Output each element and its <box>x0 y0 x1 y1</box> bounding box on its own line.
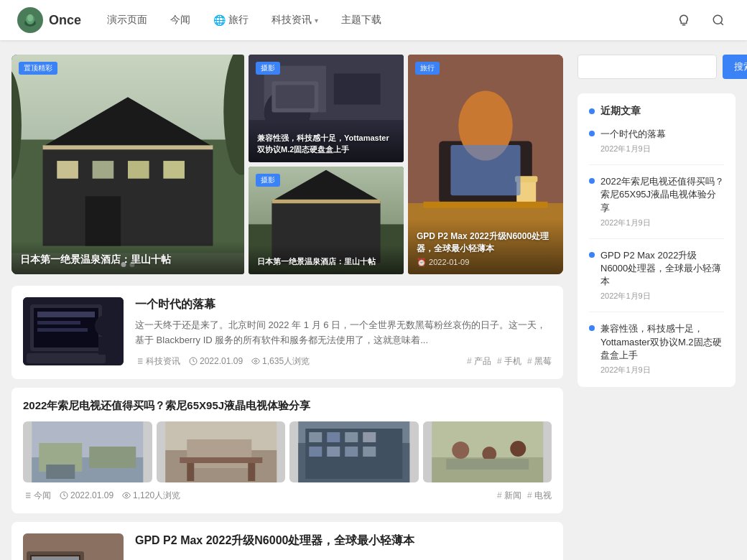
hero-photo-card[interactable]: 摄影 兼容性强，科技感十足，Yottamaster双协议M.2固态硬盘盒上手 <box>249 55 404 162</box>
svg-rect-74 <box>327 447 340 457</box>
article-2-tags: 新闻 电视 <box>497 490 552 502</box>
article-2-date: 2022.01.09 <box>60 490 113 500</box>
article-2-title[interactable]: 2022年索尼电视还值得买吗？索尼65X95J液晶电视体验分享 <box>23 399 552 413</box>
svg-rect-58 <box>89 447 136 468</box>
recent-articles-title: 近期文章 <box>589 105 724 118</box>
gallery-thumb-1[interactable] <box>23 421 152 482</box>
hero-photo-badge: 摄影 <box>256 62 280 75</box>
svg-point-90 <box>126 495 128 497</box>
hero-travel-overlay: GPD P2 Max 2022升级N6000处理器，全球最小轻薄本 ⏰ 2022… <box>408 219 563 274</box>
nav-travel[interactable]: 🌐 旅行 <box>205 8 257 32</box>
article-3-thumb[interactable] <box>23 533 124 560</box>
recent-item-4: 兼容性强，科技感十足，Yottamaster双协议M.2固态硬盘盒上手 2022… <box>589 322 724 375</box>
recent-date-4: 2022年1月9日 <box>600 365 724 375</box>
svg-point-3 <box>27 14 33 22</box>
globe-icon: 🌐 <box>213 14 226 26</box>
main-content: 置顶精彩 日本第一绝景温泉酒店：里山十帖 <box>11 55 563 560</box>
recent-dot-3 <box>589 252 595 258</box>
svg-point-45 <box>95 315 116 337</box>
hero-photo2-card[interactable]: 摄影 日本第一绝景温泉酒店：里山十帖 <box>249 167 404 274</box>
clock-icon2 <box>60 491 68 500</box>
recent-item-3: GPD P2 Max 2022升级N6000处理器，全球最小轻薄本 2022年1… <box>589 249 724 313</box>
recent-title-4[interactable]: 兼容性强，科技感十足，Yottamaster双协议M.2固态硬盘盒上手 <box>600 322 724 362</box>
recent-dot-4 <box>589 325 595 331</box>
search-input[interactable] <box>577 55 717 79</box>
section-dot <box>589 108 595 114</box>
chevron-down-icon: ▾ <box>315 17 318 24</box>
list-icon2 <box>23 491 32 500</box>
article-1-tags: 产品 手机 黑莓 <box>467 355 552 368</box>
nav-tech[interactable]: 科技资讯 ▾ <box>263 8 327 32</box>
article-1-views: 1,635人浏览 <box>251 355 310 368</box>
nav-demo[interactable]: 演示页面 <box>98 8 156 32</box>
article-1-date: 2022.01.09 <box>189 356 243 366</box>
recent-date-1: 2022年1月9日 <box>600 144 724 154</box>
svg-rect-41 <box>37 312 95 317</box>
recent-item-1: 一个时代的落幕 2022年1月9日 <box>589 128 724 165</box>
hero-main-title: 日本第一绝景温泉酒店：里山十帖 <box>20 253 236 267</box>
hero-main-card[interactable]: 置顶精彩 日本第一绝景温泉酒店：里山十帖 <box>11 55 244 274</box>
sidebar: 搜索 近期文章 一个时代的落幕 2022年1月9日 2022年索尼电视还值得买吗… <box>577 55 736 560</box>
gallery-thumb-3[interactable] <box>289 421 419 482</box>
svg-rect-36 <box>424 202 548 208</box>
recent-title-3[interactable]: GPD P2 Max 2022升级N6000处理器，全球最小轻薄本 <box>600 249 724 289</box>
gallery-thumb-2[interactable] <box>157 421 286 482</box>
recent-item-2: 2022年索尼电视还值得买吗？索尼65X95J液晶电视体验分享 2022年1月9… <box>589 175 724 239</box>
svg-rect-42 <box>37 321 80 325</box>
tag-product[interactable]: 产品 <box>467 355 491 368</box>
article-1-thumb[interactable] <box>23 297 124 365</box>
search-button[interactable]: 搜索 <box>723 55 747 79</box>
svg-rect-71 <box>345 432 358 442</box>
article-1-category: 科技资讯 <box>135 355 180 368</box>
tag-blackberry[interactable]: 黑莓 <box>527 355 552 368</box>
tag-phone[interactable]: 手机 <box>497 355 521 368</box>
article-2-category: 今闻 <box>23 490 51 502</box>
article-3-title[interactable]: GPD P2 Max 2022升级N6000处理器，全球最小轻薄本 <box>135 533 552 549</box>
recent-content-2: 2022年索尼电视还值得买吗？索尼65X95J液晶电视体验分享 2022年1月9… <box>600 175 724 228</box>
recent-date-2: 2022年1月9日 <box>600 218 724 228</box>
hero-main-badge: 置顶精彩 <box>19 62 57 75</box>
hero-photo2-overlay: 日本第一绝景温泉酒店：里山十帖 <box>249 245 404 274</box>
logo[interactable]: Once <box>17 7 81 33</box>
eye-icon <box>251 357 260 365</box>
hero-travel-badge: 旅行 <box>415 62 440 75</box>
gallery-thumb-4[interactable] <box>423 421 552 482</box>
logo-icon <box>17 7 43 33</box>
svg-rect-72 <box>363 432 376 442</box>
bulb-icon[interactable] <box>672 9 695 32</box>
hero-photo-title: 兼容性强，科技感十足，Yottamaster双协议M.2固态硬盘盒上手 <box>257 133 395 155</box>
svg-rect-46 <box>98 337 113 355</box>
svg-rect-10 <box>57 161 78 179</box>
hero-travel-card[interactable]: 旅行 GPD P2 Max 2022升级N6000处理器，全球最小轻薄本 ⏰ 2… <box>408 55 563 274</box>
svg-rect-11 <box>93 161 114 179</box>
article-3-body: GPD P2 Max 2022升级N6000处理器，全球最小轻薄本 <box>135 533 552 560</box>
article-2-gallery <box>23 421 552 482</box>
svg-rect-64 <box>187 463 194 481</box>
recent-content-1: 一个时代的落幕 2022年1月9日 <box>600 128 724 154</box>
article-1-meta: 科技资讯 2022.01.09 1,635人浏览 产品 手机 <box>135 355 552 368</box>
recent-title-1[interactable]: 一个时代的落幕 <box>600 128 724 141</box>
hero-photo2-title: 日本第一绝景温泉酒店：里山十帖 <box>257 256 395 267</box>
svg-rect-20 <box>334 73 381 104</box>
nav-news[interactable]: 今闻 <box>162 8 199 32</box>
nav-themes[interactable]: 主题下载 <box>333 8 390 32</box>
tag-tv[interactable]: 电视 <box>527 490 552 502</box>
svg-rect-44 <box>27 353 106 363</box>
search-icon[interactable] <box>707 9 730 32</box>
article-1-title[interactable]: 一个时代的落幕 <box>135 297 552 312</box>
hero-photo-overlay: 兼容性强，科技感十足，Yottamaster双协议M.2固态硬盘盒上手 <box>249 121 404 162</box>
recent-dot-2 <box>589 178 595 184</box>
article-2-meta: 今闻 2022.01.09 1,120人浏览 新闻 电视 <box>23 490 552 502</box>
svg-point-4 <box>713 15 722 24</box>
recent-title-2[interactable]: 2022年索尼电视还值得买吗？索尼65X95J液晶电视体验分享 <box>600 175 724 215</box>
hero-main-overlay: 日本第一绝景温泉酒店：里山十帖 <box>11 241 244 274</box>
tag-news[interactable]: 新闻 <box>497 490 521 502</box>
article-1-body: 一个时代的落幕 这一天终于还是来了。北京时间 2022 年 1 月 6 日，一个… <box>135 297 552 368</box>
main-nav: 演示页面 今闻 🌐 旅行 科技资讯 ▾ 主题下载 <box>98 8 672 32</box>
hero-travel-title: GPD P2 Max 2022升级N6000处理器，全球最小轻薄本 <box>417 230 555 255</box>
svg-rect-29 <box>272 200 380 203</box>
header: Once 演示页面 今闻 🌐 旅行 科技资讯 ▾ 主题下载 <box>0 0 747 40</box>
svg-rect-24 <box>276 85 315 108</box>
hero-travel-date: ⏰ 2022-01-09 <box>417 258 555 267</box>
svg-rect-43 <box>37 328 88 332</box>
